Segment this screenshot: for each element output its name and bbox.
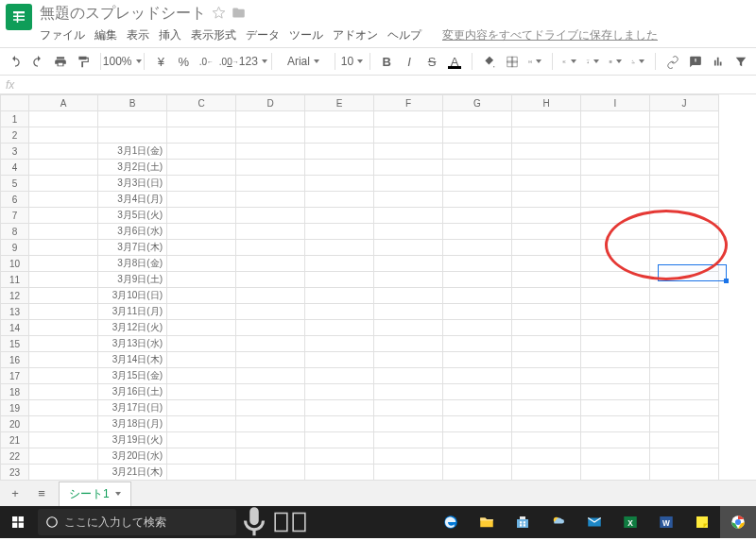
cell[interactable] xyxy=(236,192,305,208)
cell[interactable] xyxy=(581,127,650,144)
edge-icon[interactable] xyxy=(433,506,469,538)
cell[interactable] xyxy=(236,368,305,384)
cell[interactable] xyxy=(29,111,98,127)
word-icon[interactable]: W xyxy=(648,506,684,538)
cell[interactable] xyxy=(650,272,719,288)
cell[interactable] xyxy=(305,240,374,256)
menu-insert[interactable]: 挿入 xyxy=(159,27,181,43)
cell[interactable] xyxy=(29,127,98,144)
cell[interactable] xyxy=(374,288,443,304)
doc-title[interactable]: 無題のスプレッドシート xyxy=(40,4,206,24)
cell[interactable] xyxy=(581,368,650,384)
cell[interactable] xyxy=(512,127,581,144)
cell[interactable] xyxy=(581,352,650,368)
cell[interactable] xyxy=(650,432,719,448)
rotate-button[interactable] xyxy=(628,51,647,72)
cell[interactable] xyxy=(305,336,374,352)
col-header[interactable]: I xyxy=(581,95,650,111)
cell[interactable] xyxy=(443,192,512,208)
cell[interactable] xyxy=(374,432,443,448)
row-header[interactable]: 13 xyxy=(1,304,29,320)
cell[interactable] xyxy=(167,160,236,176)
cell[interactable] xyxy=(305,352,374,368)
cell[interactable] xyxy=(305,416,374,432)
cell[interactable]: 3月15日(金) xyxy=(98,368,167,384)
cell[interactable] xyxy=(305,256,374,272)
cell[interactable]: 3月21日(木) xyxy=(98,465,167,481)
row-header[interactable]: 9 xyxy=(1,240,29,256)
cell[interactable] xyxy=(167,448,236,465)
italic-button[interactable]: I xyxy=(400,51,419,72)
row-header[interactable]: 19 xyxy=(1,400,29,416)
cell[interactable] xyxy=(236,448,305,465)
star-icon[interactable] xyxy=(212,6,226,23)
col-header[interactable]: F xyxy=(374,95,443,111)
cell[interactable] xyxy=(512,272,581,288)
cell[interactable] xyxy=(512,224,581,240)
row-header[interactable]: 18 xyxy=(1,384,29,400)
cell[interactable] xyxy=(374,208,443,224)
cell[interactable] xyxy=(236,256,305,272)
cell[interactable] xyxy=(650,465,719,481)
row-header[interactable]: 1 xyxy=(1,111,29,127)
cell[interactable]: 3月2日(土) xyxy=(98,160,167,176)
row-header[interactable]: 20 xyxy=(1,416,29,432)
cell[interactable] xyxy=(650,416,719,432)
cell[interactable] xyxy=(374,304,443,320)
merge-button[interactable] xyxy=(525,51,544,72)
font-combo[interactable]: Arial xyxy=(280,51,327,72)
row-header[interactable]: 12 xyxy=(1,288,29,304)
cell[interactable] xyxy=(650,144,719,160)
cell[interactable] xyxy=(650,368,719,384)
cell[interactable] xyxy=(512,384,581,400)
folder-icon[interactable] xyxy=(232,6,246,23)
mail-icon[interactable] xyxy=(576,506,612,538)
cell[interactable] xyxy=(236,272,305,288)
more-formats-button[interactable]: 123 xyxy=(242,51,264,72)
cell[interactable] xyxy=(236,288,305,304)
cell[interactable] xyxy=(305,176,374,192)
sheet-tab-1[interactable]: シート1 xyxy=(59,482,131,506)
cell[interactable] xyxy=(167,368,236,384)
cell[interactable] xyxy=(29,176,98,192)
cell[interactable] xyxy=(167,176,236,192)
col-header[interactable]: G xyxy=(443,95,512,111)
cell[interactable] xyxy=(236,304,305,320)
cell[interactable] xyxy=(374,144,443,160)
cell[interactable] xyxy=(374,384,443,400)
cell[interactable] xyxy=(29,304,98,320)
bold-button[interactable]: B xyxy=(377,51,396,72)
cell[interactable]: 3月3日(日) xyxy=(98,176,167,192)
cell[interactable] xyxy=(167,352,236,368)
cell[interactable] xyxy=(443,416,512,432)
cell[interactable] xyxy=(305,320,374,336)
font-size-combo[interactable]: 10 xyxy=(343,51,362,72)
cell[interactable] xyxy=(512,400,581,416)
cell[interactable]: 3月19日(火) xyxy=(98,432,167,448)
cell[interactable] xyxy=(236,111,305,127)
cell[interactable] xyxy=(443,208,512,224)
row-header[interactable]: 14 xyxy=(1,320,29,336)
cell[interactable] xyxy=(443,465,512,481)
link-button[interactable] xyxy=(663,51,682,72)
cell[interactable] xyxy=(650,224,719,240)
cell[interactable] xyxy=(512,448,581,465)
cell[interactable] xyxy=(512,336,581,352)
cell[interactable] xyxy=(305,144,374,160)
cell[interactable] xyxy=(581,272,650,288)
cell[interactable] xyxy=(236,432,305,448)
zoom-combo[interactable]: 100% xyxy=(109,51,136,72)
cell[interactable] xyxy=(167,192,236,208)
text-color-button[interactable]: A xyxy=(445,51,464,72)
add-sheet-button[interactable]: + xyxy=(6,483,25,504)
cell[interactable] xyxy=(581,336,650,352)
cell[interactable] xyxy=(305,288,374,304)
cell[interactable] xyxy=(443,111,512,127)
cell[interactable] xyxy=(167,208,236,224)
row-header[interactable]: 23 xyxy=(1,465,29,481)
cell[interactable] xyxy=(512,192,581,208)
cell[interactable] xyxy=(29,384,98,400)
cell[interactable] xyxy=(305,400,374,416)
cell[interactable] xyxy=(374,336,443,352)
cell[interactable] xyxy=(167,144,236,160)
